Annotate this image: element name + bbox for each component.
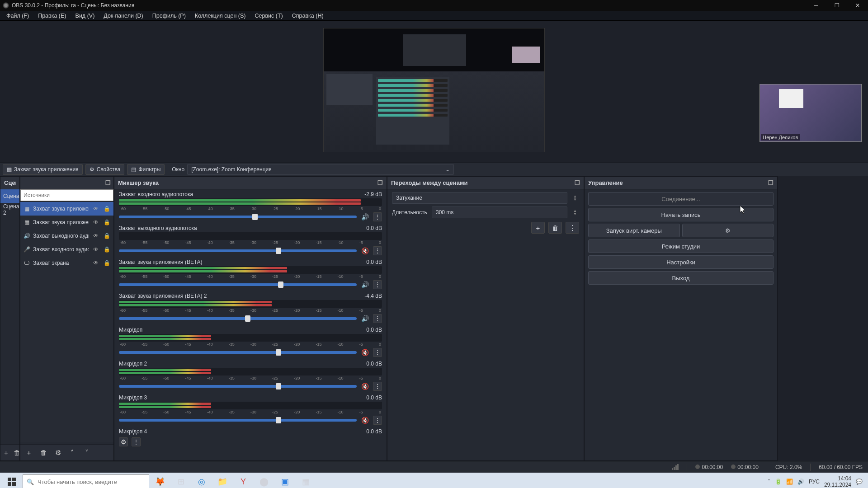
menu-view[interactable]: Вид (V) <box>71 12 99 20</box>
visibility-toggle[interactable]: 👁 <box>92 206 100 212</box>
tray-wifi-icon[interactable]: 📶 <box>786 479 793 485</box>
add-transition-button[interactable]: + <box>531 222 545 234</box>
visibility-toggle[interactable]: 👁 <box>92 246 100 253</box>
taskbar-app-icon[interactable]: ▦ <box>296 473 316 488</box>
volume-slider[interactable] <box>119 317 357 320</box>
menu-scene-collection[interactable]: Коллекция сцен (S) <box>190 12 250 20</box>
visibility-toggle[interactable]: 👁 <box>92 219 100 225</box>
menu-file[interactable]: Файл (F) <box>2 12 33 20</box>
mixer-settings-button[interactable]: ⚙ <box>119 437 128 446</box>
visibility-toggle[interactable]: 👁 <box>92 233 100 239</box>
scenes-dock-header[interactable]: Сцены <box>0 177 19 189</box>
settings-button[interactable]: Настройки <box>588 255 774 269</box>
exit-button[interactable]: Выход <box>588 271 774 285</box>
transition-duration-input[interactable]: 300 ms <box>432 206 567 218</box>
preview-canvas[interactable] <box>323 28 545 152</box>
source-toolbar-source-name[interactable]: ▦ Захват звука приложения <box>3 164 83 175</box>
speaker-icon[interactable]: 🔊 <box>360 314 369 323</box>
virtual-camera-settings-button[interactable]: ⚙ <box>682 224 774 237</box>
taskbar-zoom-icon[interactable]: ▣ <box>275 473 295 488</box>
visibility-toggle[interactable]: 👁 <box>92 260 100 266</box>
popout-icon[interactable]: ❐ <box>575 179 580 186</box>
muted-icon[interactable]: 🔇 <box>360 246 369 255</box>
transition-spin-buttons[interactable]: ▲▼ <box>571 195 579 201</box>
preview-webcam-overlay[interactable]: Церен Деликов <box>760 84 862 142</box>
menu-help[interactable]: Справка (H) <box>288 12 328 20</box>
transitions-dock-header[interactable]: Переходы между сценами ❐ <box>387 177 584 189</box>
remove-transition-button[interactable]: 🗑 <box>548 222 562 234</box>
tray-chevron-icon[interactable]: ˄ <box>768 479 770 485</box>
taskbar-explorer-icon[interactable]: 📁 <box>212 473 232 488</box>
transition-type-select[interactable]: Затухание <box>392 192 567 204</box>
menu-edit[interactable]: Правка (E) <box>33 12 71 20</box>
taskbar-clock[interactable]: 14:04 29.11.2024 <box>824 475 851 488</box>
tray-notifications-icon[interactable]: 💬 <box>856 479 863 485</box>
virtual-camera-button[interactable]: Запуск вирт. камеры <box>588 224 680 237</box>
menu-profile[interactable]: Профиль (P) <box>148 12 190 20</box>
preview-area[interactable]: Церен Деликов <box>0 21 868 163</box>
source-row[interactable]: 🎤Захват входного аудиопотока👁🔒 <box>20 243 113 256</box>
lock-toggle[interactable]: 🔒 <box>103 219 111 225</box>
add-scene-button[interactable]: + <box>4 449 8 456</box>
channel-menu-button[interactable]: ⋮ <box>373 416 382 425</box>
volume-slider[interactable] <box>119 351 357 354</box>
taskbar-yandex-icon[interactable]: Y <box>233 473 253 488</box>
transition-menu-button[interactable]: ⋮ <box>566 222 579 234</box>
controls-dock-header[interactable]: Управление ❐ <box>585 177 777 189</box>
properties-button[interactable]: ⚙ Свойства <box>85 164 125 175</box>
tray-volume-icon[interactable]: 🔊 <box>797 479 804 485</box>
sources-search-input[interactable] <box>24 192 110 198</box>
duration-spin-buttons[interactable]: ▲▼ <box>571 209 579 216</box>
system-tray[interactable]: ˄ 🔋 📶 🔊 РУС 14:04 29.11.2024 💬 <box>768 475 866 488</box>
taskbar-obs-icon[interactable]: ⬤ <box>254 473 274 488</box>
remove-source-button[interactable]: 🗑 <box>39 449 47 457</box>
scene-row[interactable]: Сцена <box>0 189 19 203</box>
menu-docks[interactable]: Док-панели (D) <box>99 12 147 20</box>
close-button[interactable]: ✕ <box>847 0 868 11</box>
source-up-button[interactable]: ˄ <box>68 449 76 457</box>
tray-language-icon[interactable]: РУС <box>809 479 820 485</box>
source-row[interactable]: 🖵Захват экрана👁🔒 <box>20 256 113 270</box>
tray-battery-icon[interactable]: 🔋 <box>775 479 782 485</box>
popout-icon[interactable]: ❐ <box>768 179 774 186</box>
channel-menu-button[interactable]: ⋮ <box>373 314 382 323</box>
channel-menu-button[interactable]: ⋮ <box>373 280 382 289</box>
popout-icon[interactable]: ❐ <box>105 179 111 186</box>
remove-scene-button[interactable]: 🗑 <box>14 449 19 456</box>
lock-toggle[interactable]: 🔒 <box>103 246 111 253</box>
source-row[interactable]: 🔊Захват выходного аудиопотока👁🔒 <box>20 229 113 243</box>
scene-row[interactable]: Сцена 2 <box>0 203 19 216</box>
start-button[interactable] <box>2 473 22 488</box>
source-row[interactable]: ▦Захват звука приложения👁🔒 <box>20 202 113 216</box>
speaker-icon[interactable]: 🔊 <box>360 280 369 289</box>
lock-toggle[interactable]: 🔒 <box>103 233 111 239</box>
add-source-button[interactable]: + <box>25 449 33 457</box>
filters-button[interactable]: ▤ Фильтры <box>127 164 165 175</box>
taskbar-cortana-icon[interactable]: 🦊 <box>150 473 170 488</box>
channel-menu-button[interactable]: ⋮ <box>373 348 382 357</box>
speaker-icon[interactable]: 🔊 <box>360 212 369 221</box>
window-capture-dropdown[interactable]: [Zoom.exe]: Zoom Конференция ⌄ <box>187 164 454 175</box>
volume-slider[interactable] <box>119 385 357 388</box>
popout-icon[interactable]: ❐ <box>377 179 383 186</box>
taskbar-taskview-icon[interactable]: ⊞ <box>171 473 191 488</box>
start-streaming-button[interactable]: Соединение... <box>588 192 774 206</box>
taskbar-edge-icon[interactable]: ◎ <box>192 473 212 488</box>
lock-toggle[interactable]: 🔒 <box>103 260 111 266</box>
muted-icon[interactable]: 🔇 <box>360 416 369 425</box>
channel-menu-button[interactable]: ⋮ <box>373 212 382 221</box>
volume-slider[interactable] <box>119 419 357 422</box>
mixer-menu-button[interactable]: ⋮ <box>132 437 141 446</box>
muted-icon[interactable]: 🔇 <box>360 348 369 357</box>
volume-slider[interactable] <box>119 249 357 252</box>
source-row[interactable]: ▦Захват звука приложения (BETA)👁🔒 <box>20 216 113 229</box>
minimize-button[interactable]: ─ <box>806 0 826 11</box>
menu-service[interactable]: Сервис (T) <box>250 12 287 20</box>
source-down-button[interactable]: ˅ <box>83 449 91 457</box>
volume-slider[interactable] <box>119 216 357 218</box>
taskbar-search[interactable]: 🔍 Чтобы начать поиск, введите <box>23 474 149 488</box>
source-properties-button[interactable]: ⚙ <box>54 449 62 457</box>
sources-search-box[interactable] <box>20 189 113 201</box>
lock-toggle[interactable]: 🔒 <box>103 206 111 212</box>
volume-slider[interactable] <box>119 283 357 286</box>
